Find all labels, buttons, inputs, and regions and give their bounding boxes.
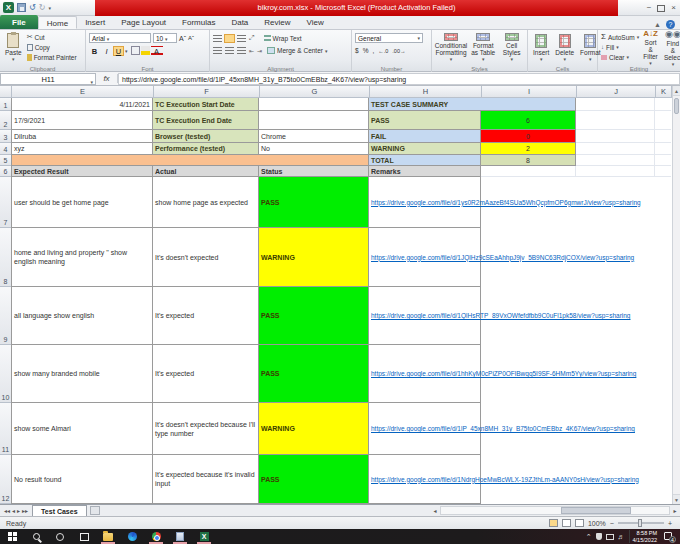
cell-start-date[interactable]: 4/11/2021 <box>11 98 153 111</box>
col-header-e[interactable]: E <box>12 86 154 98</box>
cell-total-label[interactable]: TOTAL <box>369 155 481 166</box>
ribbon-collapse-icon[interactable]: ▲ <box>654 21 661 28</box>
remark-link[interactable]: https://drive.google.com/file/d/1NdrgHoe… <box>371 476 639 483</box>
orientation-icon[interactable]: ⤢ <box>249 34 255 42</box>
tab-review[interactable]: Review <box>256 16 298 29</box>
zoom-level[interactable]: 100% <box>588 520 606 527</box>
cell-expected[interactable]: show many branded mobile <box>11 345 153 403</box>
cell-k2[interactable] <box>655 111 671 130</box>
defender-shield-icon[interactable] <box>596 533 602 540</box>
page-layout-view-icon[interactable] <box>562 519 571 527</box>
cell-summary-title[interactable]: TEST CASE SUMMARY <box>369 98 576 111</box>
scroll-down-icon[interactable]: ▼ <box>673 494 680 504</box>
align-bottom-icon[interactable] <box>237 35 246 42</box>
format-as-table-button[interactable]: Format as Table▾ <box>469 32 497 63</box>
cell-start-label[interactable]: TC Execution Start Date <box>153 98 259 111</box>
col-header-k[interactable]: K <box>656 86 672 98</box>
cell-g2[interactable] <box>259 111 369 130</box>
scroll-up-icon[interactable]: ▲ <box>673 86 680 96</box>
cell-perf-value[interactable]: No <box>259 143 369 155</box>
format-painter-button[interactable]: Format Painter <box>27 52 77 62</box>
remark-link[interactable]: https://drive.google.com/file/d/1JQlHz9c… <box>371 254 634 261</box>
cell-status[interactable]: PASS <box>259 455 369 504</box>
cell-g1[interactable] <box>259 98 369 111</box>
increase-indent-icon[interactable]: ⇥ <box>257 47 262 54</box>
select-all-corner[interactable] <box>0 86 12 98</box>
bold-button[interactable]: B <box>89 46 100 56</box>
horizontal-scrollbar[interactable]: ◂ ▸ <box>430 505 680 517</box>
qat-dropdown-icon[interactable]: ▾ <box>48 5 51 11</box>
sort-filter-button[interactable]: A↓Z Sort & Filter▾ <box>641 32 660 63</box>
tab-formulas[interactable]: Formulas <box>174 16 223 29</box>
decrease-indent-icon[interactable]: ⇤ <box>249 47 254 54</box>
cell-k6[interactable] <box>655 166 671 177</box>
cell-perf-name[interactable]: xyz <box>11 143 153 155</box>
name-box[interactable]: H11▾ <box>0 73 96 85</box>
col-header-h[interactable]: H <box>370 86 482 98</box>
save-icon[interactable] <box>17 3 26 12</box>
header-actual[interactable]: Actual <box>153 166 259 177</box>
cell-j4[interactable] <box>576 143 655 155</box>
cell-expected[interactable]: show some Almari <box>11 403 153 455</box>
align-center-icon[interactable] <box>225 47 234 54</box>
zoom-in-icon[interactable]: + <box>668 520 672 527</box>
cell-browser-label[interactable]: Browser (tested) <box>153 130 259 143</box>
cell-pass-label[interactable]: PASS <box>369 111 481 130</box>
find-select-button[interactable]: ◉◉ Find & Select▾ <box>662 32 680 63</box>
maximize-button[interactable] <box>657 5 665 12</box>
cell-actual[interactable]: It's doesn't expected <box>153 228 259 287</box>
cell-actual[interactable]: It's expected <box>153 287 259 345</box>
cell-i6[interactable] <box>481 166 576 177</box>
zoom-slider[interactable] <box>618 522 664 524</box>
cell-actual[interactable]: It's doesn't expected because I'll type … <box>153 403 259 455</box>
tray-chevron-icon[interactable]: ⌃ <box>586 532 592 542</box>
cell-k5[interactable] <box>655 155 671 166</box>
align-middle-icon[interactable] <box>225 35 234 42</box>
last-sheet-icon[interactable]: ▸▸ <box>22 507 28 514</box>
remark-link[interactable]: https://drive.google.com/file/d/1lP_45xn… <box>371 425 635 432</box>
underline-button[interactable]: U <box>113 46 124 56</box>
comma-button[interactable]: , <box>372 47 374 54</box>
vertical-scrollbar[interactable]: ▲ ▼ <box>672 86 680 504</box>
vertical-scroll-thumb[interactable] <box>674 98 679 114</box>
tab-view[interactable]: View <box>299 16 332 29</box>
next-sheet-icon[interactable]: ▸ <box>17 507 20 514</box>
network-icon[interactable] <box>606 534 614 540</box>
scroll-right-icon[interactable]: ▸ <box>670 507 680 514</box>
taskbar-clock[interactable]: 8:58 PM 4/15/2022 <box>629 530 660 543</box>
action-center-button[interactable]: 4 <box>664 532 675 542</box>
cell-status[interactable]: PASS <box>259 345 369 403</box>
col-header-f[interactable]: F <box>154 86 260 98</box>
align-left-icon[interactable] <box>213 47 222 54</box>
cell-j2[interactable] <box>576 111 655 130</box>
cortana-button[interactable] <box>48 529 72 544</box>
cell-status[interactable]: PASS <box>259 177 369 228</box>
cut-button[interactable]: ✂Cut <box>27 32 77 42</box>
close-button[interactable]: × <box>671 1 676 15</box>
header-remarks[interactable]: Remarks <box>369 166 481 177</box>
fill-button[interactable]: ↓Fill▾ <box>601 42 639 52</box>
cell-actual[interactable]: It's expected <box>153 345 259 403</box>
cell-end-date[interactable]: 17/9/2021 <box>11 111 153 130</box>
cell-fail-count[interactable]: 0 <box>481 130 576 143</box>
clear-button[interactable]: Clear▾ <box>601 52 639 62</box>
cell-warning-count[interactable]: 2 <box>481 143 576 155</box>
first-sheet-icon[interactable]: ◂◂ <box>4 507 10 514</box>
edge-button[interactable] <box>120 529 144 544</box>
cell-j5[interactable] <box>576 155 655 166</box>
grow-font-icon[interactable]: Aˆ <box>179 35 186 42</box>
cell-actual[interactable]: It's expected because it's invalid input <box>153 455 259 504</box>
cell-pass-count[interactable]: 6 <box>481 111 576 130</box>
shrink-font-icon[interactable]: Aˇ <box>188 35 194 41</box>
decrease-decimal-icon[interactable]: .00→ <box>392 48 405 54</box>
sheet-tab-test-cases[interactable]: Test Cases <box>32 505 86 516</box>
tab-insert[interactable]: Insert <box>77 16 113 29</box>
file-explorer-button[interactable] <box>96 529 120 544</box>
cell-k3[interactable] <box>655 130 671 143</box>
cell-warning-label[interactable]: WARNING <box>369 143 481 155</box>
cell-j6[interactable] <box>576 166 655 177</box>
scroll-left-icon[interactable]: ◂ <box>430 507 440 514</box>
cell-end-label[interactable]: TC Execution End Date <box>153 111 259 130</box>
col-header-j[interactable]: J <box>577 86 656 98</box>
cell-status[interactable]: PASS <box>259 287 369 345</box>
